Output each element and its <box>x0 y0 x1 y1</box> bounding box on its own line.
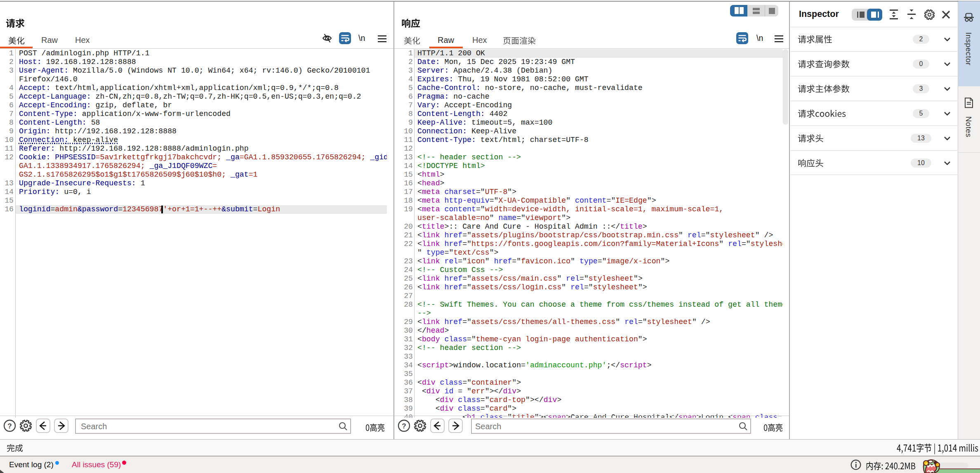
svg-text:?: ? <box>402 422 406 430</box>
svg-text:?: ? <box>7 422 12 430</box>
